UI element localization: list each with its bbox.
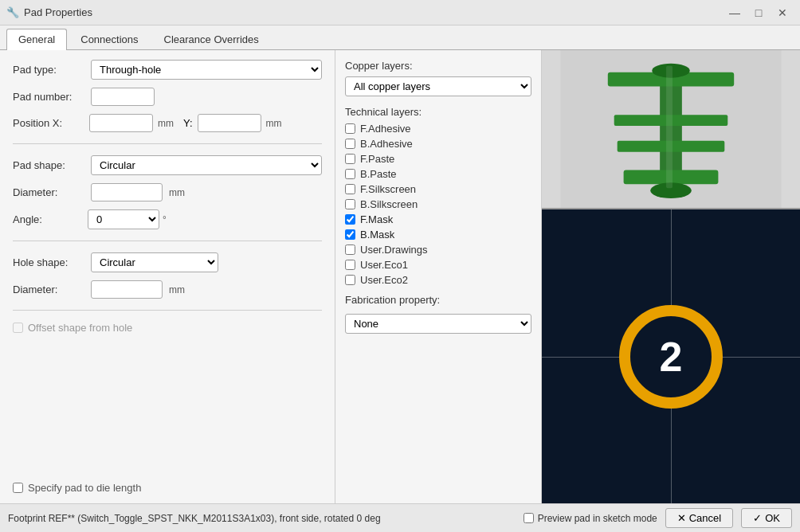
f-paste-label: F.Paste <box>360 153 394 165</box>
b-mask-checkbox[interactable] <box>345 229 355 240</box>
tab-bar: General Connections Clearance Overrides <box>0 25 800 50</box>
diameter-input[interactable]: 1.92 <box>91 183 163 201</box>
hole-diameter-input[interactable]: 1.62 <box>91 280 163 299</box>
hole-shape-label: Hole shape: <box>13 256 84 268</box>
diameter-row: Diameter: 1.92 mm <box>13 183 322 201</box>
fabrication-section: Fabrication property: None BGA pad Fiduc… <box>345 294 531 334</box>
f-adhesive-label: F.Adhesive <box>360 123 411 135</box>
fab-property-label: Fabrication property: <box>345 294 531 306</box>
layer-f-adhesive-row: F.Adhesive <box>345 123 531 135</box>
hole-shape-select[interactable]: Circular Oval <box>91 252 218 272</box>
tab-connections[interactable]: Connections <box>69 29 150 49</box>
pad-shape-row: Pad shape: Circular Oval Rectangular Tra… <box>13 155 322 175</box>
f-paste-checkbox[interactable] <box>345 154 355 164</box>
f-adhesive-checkbox[interactable] <box>345 123 355 134</box>
b-silkscreen-checkbox[interactable] <box>345 199 355 209</box>
specify-pad-row: Specify pad to die length <box>13 482 322 494</box>
hole-shape-row: Hole shape: Circular Oval <box>13 252 322 272</box>
b-mask-label: B.Mask <box>360 229 394 241</box>
right-panel: 2 <box>542 50 800 503</box>
user-eco1-checkbox[interactable] <box>345 260 355 270</box>
position-y-unit: mm <box>266 118 282 129</box>
f-silkscreen-checkbox[interactable] <box>345 184 355 194</box>
tab-general[interactable]: General <box>6 29 67 50</box>
pad-number-input[interactable]: 2 <box>91 88 155 106</box>
user-drawings-checkbox[interactable] <box>345 244 355 255</box>
layer-user-eco2-row: User.Eco2 <box>345 274 531 286</box>
copper-layers-select[interactable]: All copper layers F.Cu only B.Cu only <box>345 76 531 96</box>
b-adhesive-checkbox[interactable] <box>345 139 355 149</box>
fab-property-select[interactable]: None BGA pad Fiducial, global Fiducial, … <box>345 314 531 334</box>
window-controls: — □ ✕ <box>724 4 794 22</box>
offset-shape-row: Offset shape from hole <box>13 322 322 334</box>
maximize-button[interactable]: □ <box>747 4 770 22</box>
main-container: General Connections Clearance Overrides … <box>0 25 800 532</box>
pad-shape-label: Pad shape: <box>13 159 84 171</box>
angle-select[interactable]: 0 90 180 270 <box>88 209 159 229</box>
cancel-icon: ✕ <box>677 512 686 524</box>
diameter-label: Diameter: <box>13 186 84 198</box>
technical-layers-label: Technical layers: <box>345 106 531 118</box>
hole-diameter-row: Diameter: 1.62 mm <box>13 280 322 299</box>
position-x-label: Position X: <box>13 117 84 129</box>
ok-button[interactable]: ✓ OK <box>741 508 792 528</box>
svg-rect-8 <box>666 66 673 188</box>
preview-sketch-label: Preview pad in sketch mode <box>538 513 657 524</box>
copper-layers-section-label: Copper layers: <box>345 60 531 72</box>
preview-top <box>542 50 800 209</box>
ok-icon: ✓ <box>753 512 762 524</box>
tab-clearance-overrides[interactable]: Clearance Overrides <box>152 29 271 49</box>
layer-b-mask-row: B.Mask <box>345 229 531 241</box>
angle-label: Angle: <box>13 213 84 225</box>
layer-b-paste-row: B.Paste <box>345 168 531 180</box>
divider-3 <box>13 310 322 311</box>
pad-type-row: Pad type: Through-hole SMD Connector NPT… <box>13 60 322 80</box>
titlebar: 🔧 Pad Properties — □ ✕ <box>0 0 800 25</box>
specify-pad-label: Specify pad to die length <box>28 482 141 494</box>
layer-f-mask-row: F.Mask <box>345 213 531 225</box>
layer-user-drawings-row: User.Drawings <box>345 244 531 256</box>
pad-type-select[interactable]: Through-hole SMD Connector NPTH, Mechani… <box>91 60 322 80</box>
position-x-input[interactable]: 0 <box>89 114 153 132</box>
offset-shape-label: Offset shape from hole <box>28 322 132 334</box>
layer-user-eco1-row: User.Eco1 <box>345 259 531 271</box>
position-y-input[interactable]: 4.7 <box>198 114 261 132</box>
f-mask-checkbox[interactable] <box>345 214 355 225</box>
cancel-button[interactable]: ✕ Cancel <box>665 508 733 528</box>
specify-pad-checkbox[interactable] <box>13 483 23 493</box>
component-illustration <box>542 50 800 208</box>
offset-shape-checkbox[interactable] <box>13 323 23 333</box>
position-y-label: Y: <box>183 117 193 129</box>
b-paste-label: B.Paste <box>360 168 397 180</box>
middle-panel: Copper layers: All copper layers F.Cu on… <box>335 50 542 503</box>
b-silkscreen-label: B.Silkscreen <box>360 198 418 210</box>
close-button[interactable]: ✕ <box>771 4 794 22</box>
titlebar-left: 🔧 Pad Properties <box>6 6 92 18</box>
preview-sketch-checkbox[interactable] <box>524 513 534 523</box>
content-area: Pad type: Through-hole SMD Connector NPT… <box>0 50 800 503</box>
pad-shape-select[interactable]: Circular Oval Rectangular Trapezoid Roun… <box>91 155 322 175</box>
app-icon: 🔧 <box>6 6 19 18</box>
f-mask-label: F.Mask <box>360 213 393 225</box>
hole-diameter-label: Diameter: <box>13 284 84 295</box>
user-eco1-label: User.Eco1 <box>360 259 408 271</box>
b-paste-checkbox[interactable] <box>345 169 355 179</box>
layer-f-silkscreen-row: F.Silkscreen <box>345 183 531 195</box>
b-adhesive-label: B.Adhesive <box>360 138 413 150</box>
footprint-info: Footprint REF** (Switch_Toggle_SPST_NKK_… <box>8 513 381 524</box>
layer-b-adhesive-row: B.Adhesive <box>345 138 531 150</box>
pad-number-row: Pad number: 2 <box>13 88 322 106</box>
preview-bottom: 2 <box>542 209 800 503</box>
user-drawings-label: User.Drawings <box>360 244 428 256</box>
pad-preview: 2 <box>619 305 723 409</box>
f-silkscreen-label: F.Silkscreen <box>360 183 416 195</box>
pad-number-display: 2 <box>660 333 683 381</box>
angle-row: Angle: 0 90 180 270 ° <box>13 209 322 229</box>
layer-b-silkscreen-row: B.Silkscreen <box>345 198 531 210</box>
minimize-button[interactable]: — <box>724 4 746 22</box>
position-row: Position X: 0 mm Y: 4.7 mm <box>13 114 322 132</box>
layer-f-paste-row: F.Paste <box>345 153 531 165</box>
position-x-unit: mm <box>158 118 174 129</box>
user-eco2-checkbox[interactable] <box>345 275 355 285</box>
cancel-label: Cancel <box>689 512 721 524</box>
